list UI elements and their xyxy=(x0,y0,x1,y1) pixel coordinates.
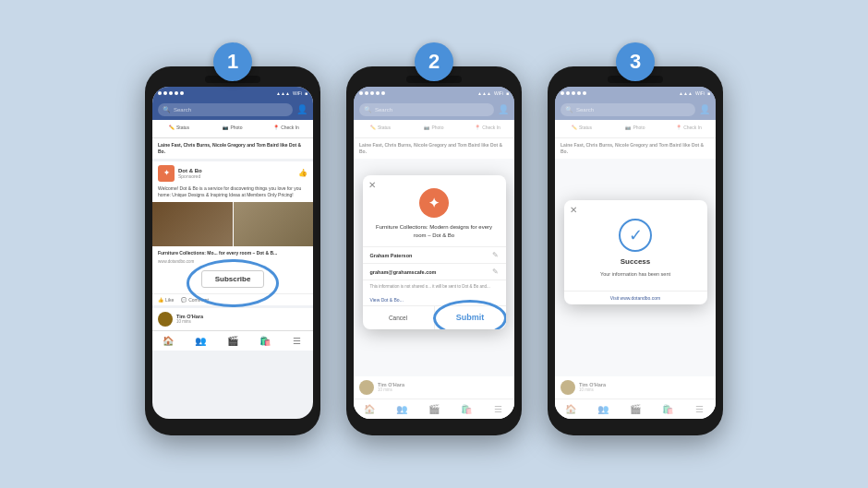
ad-card-1: ✦ Dot & Bo Sponsored 👍 Welcome! Dot & Bo… xyxy=(152,161,313,305)
modal-close-button[interactable]: ✕ xyxy=(368,180,376,190)
submit-label: Submit xyxy=(456,313,485,322)
phone-2: ▲▲▲ WiFi ■ 🔍 Search 👤 ✏️Status 📷 xyxy=(346,66,522,435)
ad-logo-1: ✦ xyxy=(158,165,175,182)
nav-menu-1[interactable]: ☰ xyxy=(281,331,313,351)
modal-cancel-button[interactable]: Cancel xyxy=(363,306,435,329)
search-icon-1: 🔍 xyxy=(163,106,171,113)
success-area: ✓ Success Your information has been sent xyxy=(564,200,707,292)
ad-images-1 xyxy=(152,202,313,246)
modal-overlay-2: ✕ ✦ Furniture Collections: Modern design… xyxy=(354,87,514,419)
user-icon-1[interactable]: 👤 xyxy=(296,104,307,114)
tab-status-1[interactable]: ✏️ Status xyxy=(152,120,206,137)
ad-img-left-1 xyxy=(152,202,233,246)
checkin-label-1: Check In xyxy=(281,125,299,130)
signal-icon: ▲▲▲ xyxy=(276,90,290,96)
user-post-1: Tim O'Hara 10 mins xyxy=(152,308,313,330)
name-field-label: Graham Paterson xyxy=(370,253,413,258)
friend-names-1: Laine Fast, Chris Burns, Nicole Gregory … xyxy=(158,142,301,154)
phone-3-wrapper: 3 ▲▲▲ WiFi ■ xyxy=(548,54,723,435)
battery-icon: ■ xyxy=(305,90,307,96)
sd5 xyxy=(180,91,184,95)
subscribe-button-1[interactable]: Subscribe xyxy=(201,270,265,288)
success-modal-overlay: ✕ ✓ Success Your information has been se… xyxy=(555,87,716,419)
nav-home-1[interactable]: 🏠 xyxy=(152,331,185,351)
ad-header-1: ✦ Dot & Bo Sponsored 👍 xyxy=(152,161,313,185)
fb-header-1: 🔍 Search 👤 xyxy=(152,100,313,120)
photo-icon-1: 📷 xyxy=(223,125,228,130)
email-field-edit-icon[interactable]: ✎ xyxy=(492,268,499,276)
ad-info-1: Dot & Bo Sponsored xyxy=(178,168,295,179)
status-bar-1: ▲▲▲ WiFi ■ xyxy=(152,87,313,100)
sd4 xyxy=(175,91,178,95)
ad-actions-1: 👍 Like 💬 Comment xyxy=(152,293,313,305)
checkmark-icon: ✓ xyxy=(629,225,643,245)
sd1 xyxy=(158,91,162,95)
nav-friends-1[interactable]: 👥 xyxy=(185,331,217,351)
modal-field-email: graham@grahamscafe.com ✎ xyxy=(363,263,506,280)
modal-title: Furniture Collections: Modern designs fo… xyxy=(363,223,506,246)
scene: 1 ▲▲▲ WiFi ■ xyxy=(117,35,751,454)
modal-view-link[interactable]: View Dot & Bo... xyxy=(363,294,506,305)
phone-2-screen: ▲▲▲ WiFi ■ 🔍 Search 👤 ✏️Status 📷 xyxy=(354,87,514,419)
phone-1-screen: ▲▲▲ WiFi ■ 🔍 Search 👤 ✏️ xyxy=(152,87,313,419)
phone-3-screen: ▲▲▲ WiFi ■ 🔍 Search 👤 ✏️Status 📷 xyxy=(555,87,716,419)
success-modal: ✕ ✓ Success Your information has been se… xyxy=(564,200,707,305)
comment-label-1: Comment xyxy=(188,297,209,303)
ad-text-1: Welcome! Dot & Bo is a service for disco… xyxy=(152,185,313,202)
brand-logo-char: ✦ xyxy=(428,196,440,210)
sd2 xyxy=(163,91,167,95)
like-label-1: Like xyxy=(165,297,174,303)
brand-logo-circle: ✦ xyxy=(419,188,449,218)
status-dots-1 xyxy=(158,91,184,95)
phone-2-wrapper: 2 ▲▲▲ WiFi ■ xyxy=(346,54,522,435)
modal-disclaimer: This information is not shared o... it w… xyxy=(363,280,506,293)
phone-1-wrapper: 1 ▲▲▲ WiFi ■ xyxy=(145,54,320,435)
ad-url-1: www.dotandbo.com xyxy=(152,259,313,267)
user-time-1: 10 mins xyxy=(176,319,203,324)
success-close-button[interactable]: ✕ xyxy=(570,205,577,215)
status-icon-1: ✏️ xyxy=(169,125,175,130)
status-right-1: ▲▲▲ WiFi ■ xyxy=(276,90,307,96)
name-field-edit-icon[interactable]: ✎ xyxy=(492,251,499,259)
comment-icon-1: 💬 xyxy=(181,297,187,303)
email-field-label: graham@grahamscafe.com xyxy=(370,269,437,275)
success-message: Your information has been sent xyxy=(600,271,670,279)
step-3-badge: 3 xyxy=(616,42,655,81)
ad-like-icon-1[interactable]: 👍 xyxy=(298,169,307,177)
nav-video-1[interactable]: 🎬 xyxy=(217,331,249,351)
comment-action-1[interactable]: 💬 Comment xyxy=(181,297,209,303)
bottom-nav-1: 🏠 👥 🎬 🛍️ ☰ xyxy=(152,330,313,351)
subscribe-area-1: Subscribe xyxy=(152,267,313,293)
tab-photo-1[interactable]: 📷 Photo xyxy=(206,120,259,137)
tab-checkin-1[interactable]: 📍 Check In xyxy=(259,120,313,137)
sd3 xyxy=(169,91,173,95)
modal-actions: Cancel Submit xyxy=(363,305,506,329)
phone-3: ▲▲▲ WiFi ■ 🔍 Search 👤 ✏️Status 📷 xyxy=(548,66,723,435)
step-2-badge: 2 xyxy=(415,42,453,81)
like-action-1[interactable]: 👍 Like xyxy=(158,297,174,303)
search-text-1: Search xyxy=(174,107,191,113)
modal-brand-logo: ✦ xyxy=(363,175,506,223)
user-info-1: Tim O'Hara 10 mins xyxy=(176,314,203,324)
phone-1: ▲▲▲ WiFi ■ 🔍 Search 👤 ✏️ xyxy=(145,66,320,435)
fb-search-1[interactable]: 🔍 Search xyxy=(158,103,293,116)
user-avatar-1 xyxy=(158,312,173,327)
modal-submit-button[interactable]: Submit xyxy=(435,306,506,329)
like-icon-1: 👍 xyxy=(158,297,163,303)
nav-shop-1[interactable]: 🛍️ xyxy=(248,331,281,351)
lead-form-modal: ✕ ✦ Furniture Collections: Modern design… xyxy=(363,175,506,328)
photo-label-1: Photo xyxy=(230,125,242,130)
success-title: Success xyxy=(621,257,650,266)
modal-field-name: Graham Paterson ✎ xyxy=(363,246,506,263)
success-icon: ✓ xyxy=(619,219,652,252)
ad-img-right-1 xyxy=(234,202,314,246)
tab-bar-1: ✏️ Status 📷 Photo 📍 Check In xyxy=(152,120,313,138)
friend-activity-1: Laine Fast, Chris Burns, Nicole Gregory … xyxy=(152,138,313,159)
status-label-1: Status xyxy=(176,125,189,130)
checkin-icon-1: 📍 xyxy=(273,125,279,130)
success-visit-link[interactable]: Visit www.dotandbo.com xyxy=(564,291,707,304)
step-1-badge: 1 xyxy=(213,42,252,81)
ad-logo-char-1: ✦ xyxy=(163,169,170,177)
ad-shelf-1: Furniture Collections: Mo... for every r… xyxy=(152,246,313,259)
wifi-icon: WiFi xyxy=(293,90,302,96)
